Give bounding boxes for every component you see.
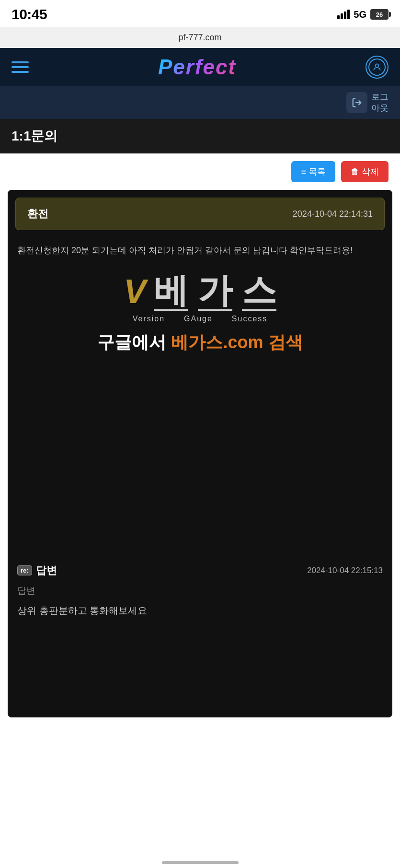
battery-icon: 26 xyxy=(370,9,389,20)
logout-label: 로그아웃 xyxy=(371,92,389,114)
vegas-sub-1: Version xyxy=(133,315,165,323)
reply-date: 2024-10-04 22:15:13 xyxy=(307,566,383,575)
hamburger-line-1 xyxy=(11,61,29,63)
vegas-sub-3: Success xyxy=(232,315,267,323)
post-body: 환전신청한지 20분 되기는데 아직 처리가 안됨거 같아서 문의 남깁니다 확… xyxy=(8,238,392,263)
toolbar: ≡ 목록 🗑 삭제 xyxy=(0,153,400,190)
status-bar: 10:45 5G 26 xyxy=(0,0,400,27)
vegas-sub-2: GAuge xyxy=(184,315,213,323)
post-date: 2024-10-04 22:14:31 xyxy=(293,209,373,219)
hamburger-line-2 xyxy=(11,66,29,68)
vegas-char-3: 스 xyxy=(242,273,276,311)
vegas-char-2: 가 xyxy=(198,273,232,311)
list-button[interactable]: ≡ 목록 xyxy=(291,161,335,182)
vegas-korean-chars: 베 가 스 xyxy=(154,273,276,311)
section-header: 1:1문의 xyxy=(0,119,400,153)
login-bar: 로그아웃 xyxy=(0,86,400,119)
browser-bar[interactable]: pf-777.com xyxy=(0,27,400,48)
vegas-logo: V 베 가 스 xyxy=(17,273,383,311)
content-area: 환전 2024-10-04 22:14:31 환전신청한지 20분 되기는데 아… xyxy=(8,190,392,717)
browser-url: pf-777.com xyxy=(178,33,221,43)
vegas-search-suffix: .com 검색 xyxy=(223,332,302,352)
vegas-ad: V 베 가 스 Version GAuge Success 구글에서 베가스.c… xyxy=(8,263,392,364)
vegas-subtitles: Version GAuge Success xyxy=(17,315,383,323)
reply-label-text: 답변 xyxy=(36,563,57,578)
reply-section: re: 답변 2024-10-04 22:15:13 답변 상위 총판분하고 통… xyxy=(8,556,392,630)
vegas-char-1: 베 xyxy=(154,273,188,311)
brand-title: Perfect xyxy=(158,55,236,79)
vegas-v-letter: V xyxy=(124,275,146,308)
content-spacer xyxy=(8,364,392,556)
reply-text: 상위 총판분하고 통화해보세요 xyxy=(17,599,383,622)
post-header: 환전 2024-10-04 22:14:31 xyxy=(15,198,385,230)
profile-icon-inner xyxy=(368,59,386,76)
status-right: 5G 26 xyxy=(337,9,389,20)
hamburger-menu-icon[interactable] xyxy=(11,61,29,73)
profile-icon[interactable] xyxy=(366,56,389,79)
section-title: 1:1문의 xyxy=(11,127,57,145)
vegas-search: 구글에서 베가스.com 검색 xyxy=(17,331,383,354)
status-time: 10:45 xyxy=(11,6,47,23)
reply-label: re: 답변 xyxy=(17,563,57,578)
reply-status: 답변 xyxy=(17,583,383,599)
logout-icon[interactable] xyxy=(346,92,367,113)
vegas-search-prefix: 구글에서 xyxy=(97,332,171,352)
signal-icon xyxy=(337,10,350,19)
network-label: 5G xyxy=(354,9,366,20)
vegas-search-name: 베가스 xyxy=(171,332,223,352)
svg-point-0 xyxy=(376,64,379,67)
post-category: 환전 xyxy=(27,207,48,221)
re-badge: re: xyxy=(17,565,32,575)
home-indicator xyxy=(162,861,239,864)
nav-header: Perfect xyxy=(0,48,400,86)
delete-button[interactable]: 🗑 삭제 xyxy=(341,161,389,182)
reply-header: re: 답변 2024-10-04 22:15:13 xyxy=(17,563,383,578)
hamburger-line-3 xyxy=(11,71,29,73)
